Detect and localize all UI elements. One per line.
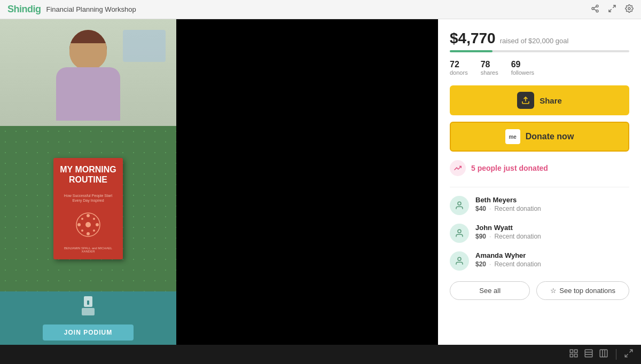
stat-shares: 78 shares <box>481 60 498 76</box>
table-row: Beth Meyers $40 · Recent donation <box>450 196 629 215</box>
bottom-actions: See all ☆ See top donations <box>450 281 629 300</box>
book-decoration-icon <box>75 211 101 238</box>
svg-rect-19 <box>82 308 95 315</box>
donor-name: Amanda Wyher <box>475 251 629 259</box>
fundraiser-amount: $4,770 raised of $20,000 goal <box>450 30 629 47</box>
grid-icon[interactable] <box>569 349 579 361</box>
main-content: MY MORNING ROUTINE How Successful People… <box>0 19 641 345</box>
svg-line-6 <box>609 9 612 12</box>
svg-rect-25 <box>570 350 573 352</box>
bottom-divider <box>616 349 616 360</box>
svg-point-15 <box>93 218 95 220</box>
columns-icon[interactable] <box>599 349 608 361</box>
donor-info: Beth Meyers $40 · Recent donation <box>475 196 629 212</box>
svg-rect-27 <box>570 354 573 357</box>
logo: Shindig <box>7 4 41 15</box>
raised-amount: $4,770 <box>450 30 496 47</box>
svg-rect-29 <box>585 350 592 357</box>
book-authors: BENJAMIN SPALL and MICHAEL XANDER <box>59 247 118 253</box>
share-button-label: Share <box>540 96 562 105</box>
trending-icon <box>450 160 466 176</box>
stat-followers: 69 followers <box>511 60 534 76</box>
svg-point-9 <box>85 222 91 227</box>
goal-text: raised of $20,000 goal <box>500 37 569 45</box>
svg-point-2 <box>596 10 598 12</box>
svg-line-35 <box>630 350 632 352</box>
expand-icon[interactable] <box>608 4 616 15</box>
svg-rect-28 <box>575 354 577 357</box>
donor-name: John Wyatt <box>475 224 629 232</box>
share-icon[interactable] <box>591 4 599 15</box>
page-title: Financial Planning Workshop <box>46 5 136 13</box>
table-row: John Wyatt $90 · Recent donation <box>450 224 629 243</box>
donors-label: donors <box>450 69 468 76</box>
settings-icon[interactable] <box>625 4 634 15</box>
svg-point-23 <box>458 230 461 233</box>
divider-1 <box>450 187 629 187</box>
podium-icon <box>80 296 97 319</box>
fullscreen-icon[interactable] <box>624 349 634 361</box>
top-bar: Shindig Financial Planning Workshop <box>0 0 641 19</box>
svg-point-7 <box>628 7 630 10</box>
svg-rect-20 <box>87 300 89 305</box>
svg-point-10 <box>87 214 90 217</box>
donor-name: Beth Meyers <box>475 196 629 204</box>
social-proof-text: 5 people just donated <box>471 164 548 172</box>
donor-info: John Wyatt $90 · Recent donation <box>475 224 629 240</box>
avatar <box>450 196 469 215</box>
video-placeholder <box>0 19 176 126</box>
svg-line-36 <box>625 354 628 357</box>
donor-meta: $20 · Recent donation <box>475 260 629 268</box>
svg-line-5 <box>613 5 615 8</box>
donors-number: 72 <box>450 60 468 69</box>
stats-row: 72 donors 78 shares 69 followers <box>450 60 629 76</box>
shares-label: shares <box>481 69 498 76</box>
book-title: MY MORNING ROUTINE <box>59 164 118 185</box>
left-panel: MY MORNING ROUTINE How Successful People… <box>0 19 176 345</box>
followers-number: 69 <box>511 60 534 69</box>
donor-amount: $40 <box>475 205 486 212</box>
book-cover: MY MORNING ROUTINE How Successful People… <box>53 158 123 259</box>
top-bar-left: Shindig Financial Planning Workshop <box>7 4 136 15</box>
shares-number: 78 <box>481 60 498 69</box>
donor-meta: $90 · Recent donation <box>475 233 629 240</box>
podium-section: JOIN PODIUM <box>0 291 176 345</box>
social-proof: 5 people just donated <box>450 160 629 176</box>
svg-rect-26 <box>575 350 577 352</box>
right-panel: $4,770 raised of $20,000 goal 72 donors … <box>438 19 641 345</box>
donor-amount: $20 <box>475 260 486 268</box>
see-top-donations-button[interactable]: ☆ See top donations <box>536 281 629 300</box>
svg-point-14 <box>81 218 83 220</box>
join-podium-button[interactable]: JOIN PODIUM <box>43 325 134 341</box>
stat-donors: 72 donors <box>450 60 468 76</box>
svg-point-0 <box>596 5 598 7</box>
table-row: Amanda Wyher $20 · Recent donation <box>450 251 629 271</box>
svg-rect-32 <box>600 350 607 357</box>
donor-list: Beth Meyers $40 · Recent donation <box>450 196 629 271</box>
avatar <box>450 251 469 271</box>
svg-point-16 <box>81 230 83 232</box>
svg-point-1 <box>592 7 594 10</box>
layout-icon[interactable] <box>584 349 593 361</box>
donor-label: Recent donation <box>494 205 541 212</box>
avatar <box>450 224 469 243</box>
donor-info: Amanda Wyher $20 · Recent donation <box>475 251 629 268</box>
svg-point-17 <box>93 230 95 232</box>
book-subtitle: How Successful People Start Every Day In… <box>59 193 118 203</box>
donor-label: Recent donation <box>494 233 541 240</box>
donate-button[interactable]: me Donate now <box>450 122 629 152</box>
center-area <box>176 19 438 345</box>
donor-meta: $40 · Recent donation <box>475 205 629 212</box>
share-button-icon <box>517 92 534 109</box>
svg-point-12 <box>77 223 81 226</box>
see-all-button[interactable]: See all <box>450 281 530 300</box>
star-icon: ☆ <box>550 287 557 295</box>
svg-line-3 <box>594 9 597 11</box>
share-button[interactable]: Share <box>450 85 629 115</box>
see-top-label: See top donations <box>559 287 615 295</box>
me-logo-icon: me <box>505 129 520 144</box>
progress-bar-fill <box>450 50 493 52</box>
donate-button-label: Donate now <box>526 132 574 141</box>
svg-line-4 <box>594 6 597 8</box>
donor-label: Recent donation <box>494 260 541 268</box>
